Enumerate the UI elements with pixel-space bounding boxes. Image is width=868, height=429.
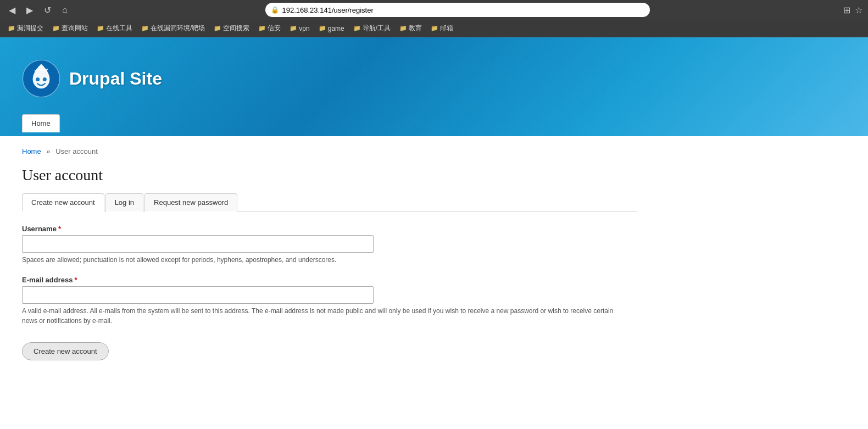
folder-icon: 📁	[353, 25, 361, 32]
svg-point-1	[36, 77, 40, 81]
bookmark-label: 信安	[268, 24, 281, 33]
url-display: 192.168.23.141/user/register	[282, 6, 374, 14]
folder-icon: 📁	[431, 25, 438, 32]
page-content: Drupal Site Home Home » User account Use…	[0, 37, 868, 393]
folder-icon: 📁	[258, 25, 266, 32]
drupal-logo	[22, 59, 60, 98]
main-content: Home » User account User account Create …	[0, 136, 659, 393]
username-input[interactable]	[22, 235, 374, 253]
bookmark-label: vpn	[299, 25, 309, 32]
email-group: E-mail address* A valid e-mail address. …	[22, 276, 637, 326]
folder-icon: 📁	[214, 25, 221, 32]
url-base: 192.168.23.141	[282, 6, 332, 14]
email-required: *	[75, 276, 77, 284]
folder-icon: 📁	[97, 25, 104, 32]
username-label: Username*	[22, 225, 637, 233]
toolbar-right: ⊞ ☆	[843, 5, 863, 15]
site-name: Drupal Site	[69, 69, 162, 89]
username-required: *	[58, 225, 61, 233]
bookmark-label: 邮箱	[440, 24, 453, 33]
email-label: E-mail address*	[22, 276, 637, 284]
page-title: User account	[22, 166, 637, 184]
extensions-icon[interactable]: ⊞	[843, 5, 850, 15]
folder-icon: 📁	[8, 25, 15, 32]
back-button[interactable]: ◀	[5, 3, 19, 16]
bookmark-youxiang[interactable]: 📁 邮箱	[427, 23, 457, 34]
lock-icon: 🔒	[271, 6, 279, 14]
folder-icon: 📁	[52, 25, 60, 32]
tab-create-account[interactable]: Create new account	[22, 193, 104, 211]
bookmark-label: 查询网站	[62, 24, 88, 33]
browser-chrome: ◀ ▶ ↺ ⌂ 🔒 192.168.23.141/user/register ⊞…	[0, 0, 868, 37]
bookmark-chaxun[interactable]: 📁 查询网站	[49, 23, 91, 34]
folder-icon: 📁	[290, 25, 297, 32]
username-group: Username* Spaces are allowed; punctuatio…	[22, 225, 637, 265]
breadcrumb-separator: »	[46, 147, 50, 155]
bookmarks-bar: 📁 漏洞提交 📁 查询网站 📁 在线工具 📁 在线漏洞环境/靶场 📁 空间搜索 …	[0, 20, 868, 37]
bookmark-label: 空间搜索	[223, 24, 249, 33]
bookmark-jiaoyu[interactable]: 📁 教育	[396, 23, 425, 34]
tab-bar: Create new account Log in Request new pa…	[22, 193, 637, 211]
forward-button[interactable]: ▶	[23, 3, 36, 16]
site-header: Drupal Site Home	[0, 37, 868, 136]
email-help: A valid e-mail address. All e-mails from…	[22, 306, 626, 326]
bookmark-kongjian[interactable]: 📁 空间搜索	[210, 23, 253, 34]
home-button[interactable]: ⌂	[58, 3, 71, 16]
bookmark-vpn[interactable]: 📁 vpn	[286, 24, 313, 34]
bookmark-label: 漏洞提交	[17, 24, 43, 33]
folder-icon: 📁	[319, 25, 326, 32]
bookmark-label: 在线漏洞环境/靶场	[151, 24, 205, 33]
site-branding: Drupal Site	[22, 48, 846, 109]
create-account-button[interactable]: Create new account	[22, 342, 109, 360]
url-path: /user/register	[332, 6, 374, 14]
submit-group: Create new account	[22, 337, 637, 360]
breadcrumb-home-link[interactable]: Home	[22, 147, 41, 155]
refresh-button[interactable]: ↺	[41, 3, 54, 16]
folder-icon: 📁	[141, 25, 149, 32]
breadcrumb-current: User account	[55, 147, 98, 155]
nav-home[interactable]: Home	[22, 114, 60, 132]
breadcrumb: Home » User account	[22, 147, 637, 155]
bookmark-loudong[interactable]: 📁 漏洞提交	[4, 23, 47, 34]
bookmark-game[interactable]: 📁 game	[315, 24, 348, 34]
browser-titlebar: ◀ ▶ ↺ ⌂ 🔒 192.168.23.141/user/register ⊞…	[0, 0, 868, 20]
bookmark-label: game	[328, 25, 344, 32]
folder-icon: 📁	[399, 25, 407, 32]
bookmark-daohang[interactable]: 📁 导航/工具	[350, 23, 394, 34]
address-bar[interactable]: 🔒 192.168.23.141/user/register	[265, 3, 650, 17]
site-nav: Home	[22, 114, 846, 132]
email-input[interactable]	[22, 286, 374, 304]
bookmark-label: 教育	[409, 24, 422, 33]
svg-point-2	[43, 77, 47, 81]
tab-login[interactable]: Log in	[105, 193, 143, 211]
bookmark-icon[interactable]: ☆	[855, 5, 863, 15]
bookmark-靶场[interactable]: 📁 在线漏洞环境/靶场	[138, 23, 208, 34]
bookmark-zaixian[interactable]: 📁 在线工具	[93, 23, 136, 34]
tab-request-password[interactable]: Request new password	[144, 193, 237, 211]
username-help: Spaces are allowed; punctuation is not a…	[22, 255, 626, 265]
bookmark-xin'an[interactable]: 📁 信安	[255, 23, 284, 34]
bookmark-label: 导航/工具	[363, 24, 391, 33]
register-form: Username* Spaces are allowed; punctuatio…	[22, 225, 637, 360]
bookmark-label: 在线工具	[106, 24, 132, 33]
